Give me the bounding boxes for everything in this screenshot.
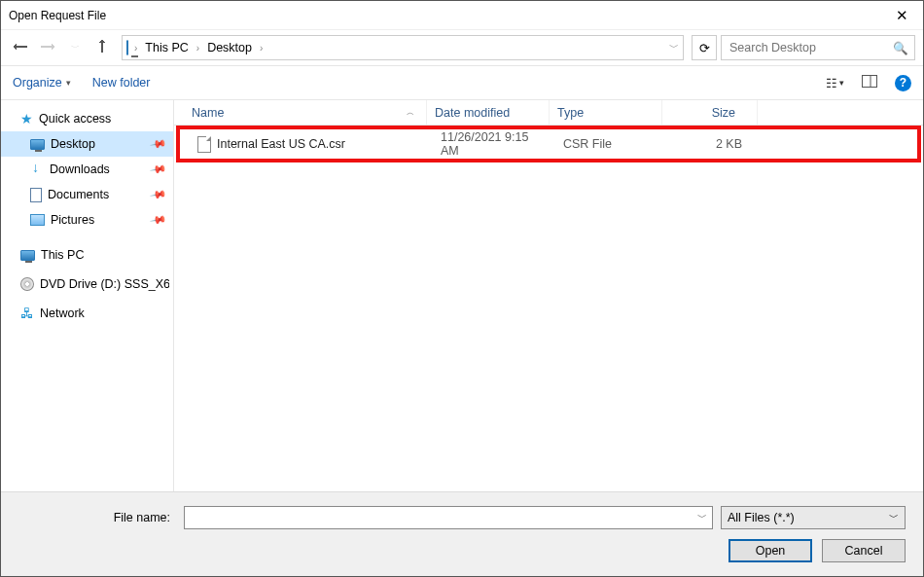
breadcrumb-desktop[interactable]: Desktop	[205, 41, 254, 54]
chevron-down-icon: ▾	[839, 78, 844, 88]
file-open-dialog: Open Request File ✕ 🠔 🠖 ﹀ 🠕 › This PC › …	[0, 0, 924, 577]
column-header-type[interactable]: Type	[550, 100, 662, 125]
chevron-down-icon: ▾	[66, 78, 71, 88]
organize-menu[interactable]: Organize ▾	[13, 76, 71, 90]
filename-row: File name: ﹀ All Files (*.*) ﹀	[1, 506, 906, 529]
recent-dropdown[interactable]: ﹀	[63, 36, 87, 59]
filename-input[interactable]	[185, 511, 693, 524]
filename-combobox[interactable]: ﹀	[184, 506, 713, 529]
forward-button[interactable]: 🠖	[36, 36, 59, 59]
file-size-cell: 2 KB	[668, 137, 764, 151]
pin-icon: 📌	[150, 161, 168, 179]
sidebar-item-label: Documents	[48, 188, 109, 201]
up-button[interactable]: 🠕	[90, 36, 114, 59]
dialog-title: Open Request File	[9, 9, 106, 22]
title-bar: Open Request File ✕	[1, 1, 923, 30]
documents-icon	[30, 188, 42, 202]
thispc-icon	[20, 250, 35, 261]
sidebar-item-label: Quick access	[39, 112, 111, 126]
open-button[interactable]: Open	[729, 539, 812, 562]
cancel-button[interactable]: Cancel	[822, 539, 906, 562]
column-headers: Name ︿ Date modified Type Size	[174, 100, 923, 126]
dialog-footer: File name: ﹀ All Files (*.*) ﹀ Open Canc…	[1, 491, 923, 576]
disc-icon	[20, 277, 34, 291]
navigation-pane: ★ Quick access Desktop 📌 Downloads 📌 Doc…	[1, 100, 174, 491]
breadcrumb-thispc[interactable]: This PC	[143, 41, 190, 54]
refresh-button[interactable]: ⟳	[692, 35, 717, 60]
highlighted-region: Internal East US CA.csr 11/26/2021 9:15 …	[176, 126, 921, 162]
sidebar-item-label: Network	[40, 307, 85, 320]
file-list-pane: Name ︿ Date modified Type Size Internal …	[174, 100, 923, 491]
filetype-filter[interactable]: All Files (*.*) ﹀	[721, 506, 906, 529]
filter-label: All Files (*.*)	[728, 511, 795, 524]
pin-icon: 📌	[150, 211, 168, 230]
sidebar-item-downloads[interactable]: Downloads 📌	[1, 157, 173, 182]
star-icon: ★	[20, 111, 33, 126]
filename-label: File name:	[1, 511, 176, 524]
file-name: Internal East US CA.csr	[217, 137, 345, 151]
toolbar: Organize ▾ New folder ☷ ▾ ?	[1, 65, 923, 100]
file-row[interactable]: Internal East US CA.csr 11/26/2021 9:15 …	[180, 129, 917, 159]
chevron-right-icon: ›	[258, 43, 265, 54]
sidebar-item-quick-access[interactable]: ★ Quick access	[1, 106, 173, 131]
search-icon: 🔍	[893, 41, 908, 55]
svg-rect-0	[863, 76, 877, 88]
sidebar-item-network[interactable]: 🖧 Network	[1, 301, 173, 326]
address-bar[interactable]: › This PC › Desktop › ﹀	[122, 35, 684, 60]
address-dropdown-icon[interactable]: ﹀	[669, 41, 679, 54]
file-icon	[197, 136, 211, 153]
filename-dropdown-icon[interactable]: ﹀	[693, 511, 712, 524]
pictures-icon	[30, 214, 45, 226]
column-header-date[interactable]: Date modified	[427, 100, 550, 125]
search-input[interactable]	[728, 40, 893, 55]
back-button[interactable]: 🠔	[9, 36, 32, 59]
dialog-body: ★ Quick access Desktop 📌 Downloads 📌 Doc…	[1, 100, 923, 491]
sidebar-item-thispc[interactable]: This PC	[1, 242, 173, 268]
sidebar-item-label: Downloads	[50, 162, 110, 176]
view-options-button[interactable]: ☷ ▾	[826, 76, 844, 90]
sidebar-item-pictures[interactable]: Pictures 📌	[1, 207, 173, 233]
desktop-icon	[30, 139, 45, 150]
network-icon: 🖧	[20, 307, 34, 320]
sidebar-item-label: Desktop	[51, 137, 95, 151]
pin-icon: 📌	[150, 186, 168, 204]
chevron-down-icon: ﹀	[889, 511, 899, 524]
sidebar-item-documents[interactable]: Documents 📌	[1, 182, 173, 207]
view-icon: ☷	[826, 76, 836, 90]
file-type-cell: CSR File	[555, 137, 668, 151]
chevron-right-icon: ›	[132, 43, 139, 54]
sidebar-item-desktop[interactable]: Desktop 📌	[1, 131, 173, 157]
preview-pane-icon	[862, 75, 877, 88]
new-folder-button[interactable]: New folder	[92, 76, 151, 90]
sort-caret-icon: ︿	[407, 107, 418, 118]
file-date-cell: 11/26/2021 9:15 AM	[433, 130, 555, 158]
chevron-right-icon: ›	[195, 43, 201, 54]
sidebar-item-label: Pictures	[51, 213, 94, 227]
button-row: Open Cancel	[1, 539, 906, 562]
column-header-size[interactable]: Size	[662, 100, 758, 125]
help-button[interactable]: ?	[895, 75, 911, 91]
sidebar-item-label: DVD Drive (D:) SSS_X6	[40, 277, 169, 291]
address-bar-row: 🠔 🠖 ﹀ 🠕 › This PC › Desktop › ﹀ ⟳ 🔍	[1, 30, 923, 65]
search-box[interactable]: 🔍	[721, 35, 915, 60]
preview-pane-button[interactable]	[862, 75, 877, 90]
sidebar-item-dvd[interactable]: DVD Drive (D:) SSS_X6	[1, 271, 173, 297]
downloads-icon	[30, 162, 44, 176]
sidebar-item-label: This PC	[41, 248, 84, 262]
close-button[interactable]: ✕	[880, 1, 923, 30]
file-name-cell: Internal East US CA.csr	[190, 136, 433, 153]
location-icon	[126, 41, 128, 54]
column-header-name[interactable]: Name ︿	[184, 100, 427, 125]
pin-icon: 📌	[150, 135, 168, 154]
